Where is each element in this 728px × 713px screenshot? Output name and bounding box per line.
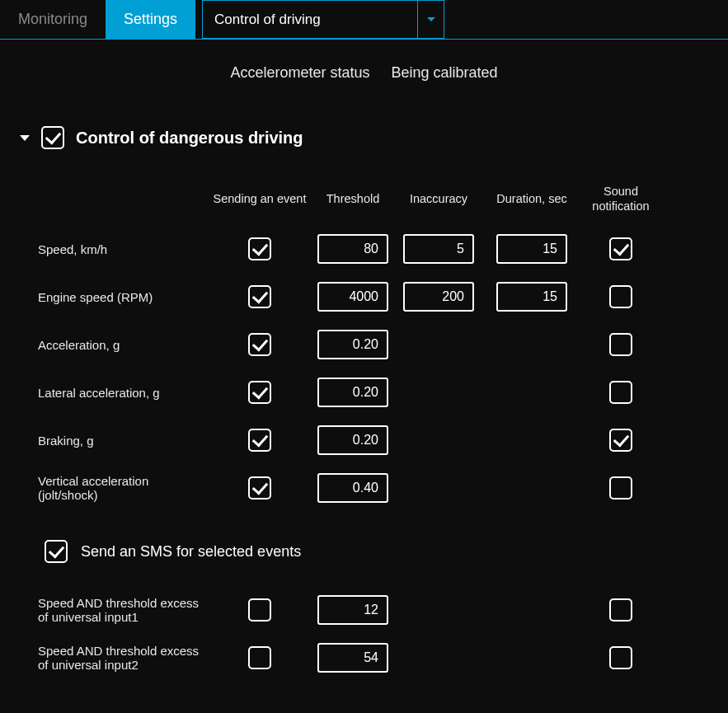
status-label: Accelerometer status <box>230 64 369 82</box>
table-row: Acceleration, g <box>38 322 665 367</box>
sound-notification-checkbox[interactable] <box>609 476 632 500</box>
row-label: Speed, km/h <box>38 242 208 256</box>
row-label: Speed AND threshold excess of universal … <box>38 644 208 672</box>
chevron-down-icon[interactable] <box>417 1 444 38</box>
duration-input[interactable] <box>496 282 567 312</box>
inaccuracy-input[interactable] <box>403 234 474 264</box>
status-value: Being calibrated <box>391 64 497 82</box>
threshold-input[interactable] <box>317 425 388 455</box>
threshold-input[interactable] <box>317 473 388 503</box>
col-inaccuracy: Inaccuracy <box>397 191 480 206</box>
row-label: Engine speed (RPM) <box>38 290 208 304</box>
top-tabs: Monitoring Settings Control of driving <box>0 0 728 40</box>
sound-notification-checkbox[interactable] <box>609 381 632 404</box>
table-row: Speed AND threshold excess of universal … <box>38 636 665 680</box>
section-control-dangerous-driving: Control of dangerous driving <box>0 87 728 157</box>
section-enable-checkbox[interactable] <box>41 126 64 149</box>
table-row: Vertical acceleration (jolt/shock) <box>38 466 665 510</box>
row-label: Lateral acceleration, g <box>38 386 208 400</box>
collapse-icon[interactable] <box>20 133 30 143</box>
sending-event-checkbox[interactable] <box>248 476 271 500</box>
tab-monitoring[interactable]: Monitoring <box>0 0 106 39</box>
sound-notification-checkbox[interactable] <box>609 285 632 308</box>
section-title: Control of dangerous driving <box>76 129 303 148</box>
row-label: Acceleration, g <box>38 338 208 352</box>
sound-notification-checkbox[interactable] <box>609 646 632 669</box>
sound-notification-checkbox[interactable] <box>609 237 632 260</box>
section-send-sms: Send an SMS for selected events <box>45 540 728 563</box>
threshold-input[interactable] <box>317 234 388 264</box>
sending-event-checkbox[interactable] <box>248 598 271 622</box>
settings-subtab-select[interactable]: Control of driving <box>202 0 444 39</box>
sending-event-checkbox[interactable] <box>248 333 271 356</box>
settings-subtab-value: Control of driving <box>203 1 417 38</box>
threshold-input[interactable] <box>317 330 388 359</box>
sending-event-checkbox[interactable] <box>248 237 271 260</box>
accelerometer-status: Accelerometer status Being calibrated <box>0 40 728 87</box>
col-duration: Duration, sec <box>483 191 580 206</box>
sound-notification-checkbox[interactable] <box>609 429 632 452</box>
table-header: Sending an event Threshold Inaccuracy Du… <box>38 184 665 213</box>
sound-notification-checkbox[interactable] <box>609 333 632 356</box>
row-label: Vertical acceleration (jolt/shock) <box>38 474 208 502</box>
table-row: Lateral acceleration, g <box>38 370 665 415</box>
col-sound: Sound notification <box>584 184 658 213</box>
sound-notification-checkbox[interactable] <box>609 598 632 622</box>
threshold-input[interactable] <box>317 378 388 407</box>
threshold-input[interactable] <box>317 282 388 312</box>
sending-event-checkbox[interactable] <box>248 285 271 308</box>
table-row: Engine speed (RPM) <box>38 274 665 319</box>
duration-input[interactable] <box>496 234 567 264</box>
row-label: Speed AND threshold excess of universal … <box>38 596 208 624</box>
threshold-input[interactable] <box>317 595 388 625</box>
col-sending: Sending an event <box>211 191 308 206</box>
sending-event-checkbox[interactable] <box>248 429 271 452</box>
extra-table: Speed AND threshold excess of universal … <box>38 588 665 680</box>
inaccuracy-input[interactable] <box>403 282 474 312</box>
table-row: Speed, km/h <box>38 227 665 271</box>
sending-event-checkbox[interactable] <box>248 646 271 669</box>
row-label: Braking, g <box>38 434 208 448</box>
sending-event-checkbox[interactable] <box>248 381 271 404</box>
col-threshold: Threshold <box>312 191 394 206</box>
dangerous-driving-table: Sending an event Threshold Inaccuracy Du… <box>38 184 665 510</box>
table-row: Braking, g <box>38 418 665 462</box>
sms-enable-checkbox[interactable] <box>45 540 68 563</box>
threshold-input[interactable] <box>317 643 388 673</box>
tab-settings[interactable]: Settings <box>106 0 195 39</box>
sms-title: Send an SMS for selected events <box>81 543 301 561</box>
table-row: Speed AND threshold excess of universal … <box>38 588 665 632</box>
